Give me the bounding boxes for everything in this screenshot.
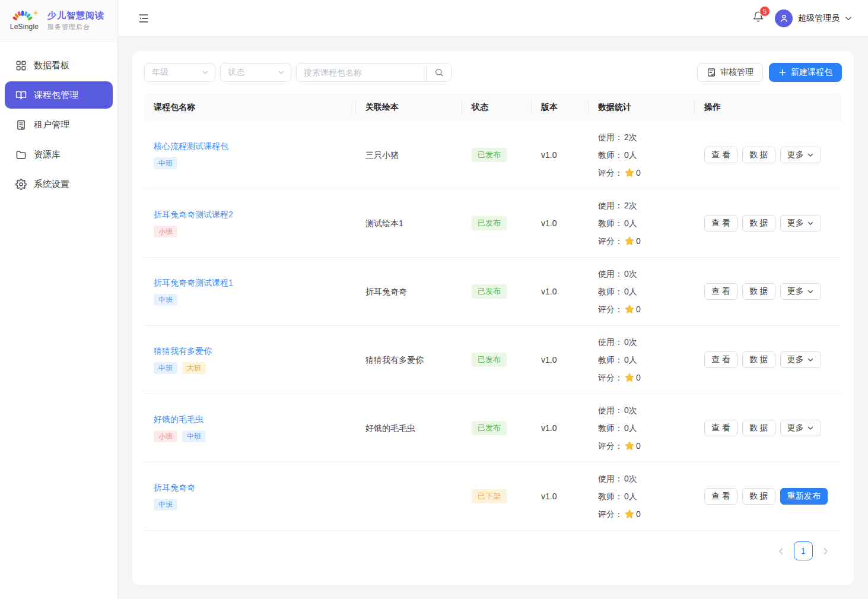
app-subtitle: 服务管理后台 [47,23,104,31]
more-button[interactable]: 更多 [780,351,821,368]
avatar[interactable] [775,9,793,27]
column-header-stats: 数据统计 [589,102,695,113]
version: v1.0 [541,150,557,160]
status-badge: 已下架 [472,489,507,503]
more-button[interactable]: 更多 [780,215,821,232]
data-button[interactable]: 数 据 [742,147,775,163]
related-book: 好饿的毛毛虫 [365,423,415,433]
grade-tag: 中班 [154,362,177,374]
view-button[interactable]: 查 看 [704,283,737,300]
create-course-package-button[interactable]: 新建课程包 [769,63,842,82]
sidebar-item-label: 资源库 [34,149,61,160]
data-button[interactable]: 数 据 [742,488,775,505]
usage-label: 使用： [598,197,623,214]
teachers-label: 教师： [598,283,623,300]
version: v1.0 [541,492,557,501]
package-name-link[interactable]: 折耳兔奇奇测试课程1 [154,278,233,289]
sidebar-item-settings[interactable]: 系统设置 [5,170,113,198]
table-row: 猜猜我有多爱你 中班 大班 猜猜我有多爱你 已发布 v1.0 使用：0次 教师：… [144,326,842,394]
package-name-link[interactable]: 折耳兔奇奇 [154,483,195,493]
status-badge: 已发布 [472,353,507,367]
page-number-1[interactable]: 1 [794,541,813,560]
sidebar-item-resources[interactable]: 资源库 [5,141,113,168]
search-input[interactable] [297,64,426,81]
grade-tag: 中班 [154,157,177,169]
chevron-right-icon [821,547,830,556]
table-row: 折耳兔奇奇测试课程2 小班 测试绘本1 已发布 v1.0 使用：2次 教师：0人… [144,189,842,258]
search-button[interactable] [426,64,451,81]
sidebar-menu: 数据看板 课程包管理 租户管理 [0,42,117,207]
view-button[interactable]: 查 看 [704,351,737,368]
course-package-table: 课程包名称 关联绘本 状态 版本 数据统计 操作 核心流程测试课程包 中班 三只 [144,94,842,531]
logo: LeSingle [6,11,43,31]
rating-label: 评分： [598,164,623,182]
view-button[interactable]: 查 看 [704,215,737,232]
column-header-actions: 操作 [695,102,842,113]
more-button[interactable]: 更多 [780,283,821,300]
usage-label: 使用： [598,401,623,419]
logo-area: LeSingle 少儿智慧阅读 服务管理后台 [0,0,117,42]
teachers-value: 0人 [624,146,637,164]
review-management-button[interactable]: 审核管理 [697,63,763,82]
sidebar-collapse-button[interactable] [138,12,150,24]
column-header-book: 关联绘本 [356,102,462,113]
data-button[interactable]: 数 据 [742,283,775,300]
data-button[interactable]: 数 据 [742,351,775,368]
teachers-label: 教师： [598,487,623,505]
filter-bar: 年级 状态 [144,63,842,82]
star-icon [624,304,635,315]
package-name-link[interactable]: 好饿的毛毛虫 [154,414,204,425]
sidebar-item-course-packages[interactable]: 课程包管理 [5,81,113,109]
status-badge: 已发布 [472,284,507,299]
table-row: 好饿的毛毛虫 小班 中班 好饿的毛毛虫 已发布 v1.0 使用：0次 教师：0人 [144,394,842,462]
column-header-status: 状态 [462,102,532,113]
usage-label: 使用： [598,265,623,283]
rating-value: 0 [636,437,641,455]
plus-icon [778,68,787,77]
rating-value: 0 [636,505,641,523]
version: v1.0 [541,218,557,228]
pagination: 1 [144,541,842,560]
chevron-down-icon [807,356,814,363]
usage-label: 使用： [598,333,623,351]
data-button[interactable]: 数 据 [742,420,775,436]
chevron-down-icon [807,288,814,295]
version: v1.0 [541,423,557,433]
more-button[interactable]: 更多 [780,147,821,163]
version: v1.0 [541,287,557,296]
app-root: LeSingle 少儿智慧阅读 服务管理后台 数据看板 课程包管理 [0,0,868,599]
view-button[interactable]: 查 看 [704,420,737,436]
package-name-link[interactable]: 猜猜我有多爱你 [154,346,212,357]
package-name-link[interactable]: 折耳兔奇奇测试课程2 [154,210,233,220]
data-button[interactable]: 数 据 [742,215,775,232]
view-button[interactable]: 查 看 [704,488,737,505]
related-book: 三只小猪 [365,150,399,160]
teachers-value: 0人 [624,351,637,369]
notifications-button[interactable]: 5 [752,11,764,26]
grade-select-placeholder: 年级 [152,67,168,78]
usage-value: 0次 [624,470,637,487]
status-select[interactable]: 状态 [220,63,291,82]
package-name-link[interactable]: 核心流程测试课程包 [154,141,228,152]
republish-button[interactable]: 重新发布 [780,488,828,505]
sidebar-item-tenants[interactable]: 租户管理 [5,111,113,138]
view-button[interactable]: 查 看 [704,147,737,163]
chevron-down-icon [807,220,814,227]
audit-file-icon [707,68,716,77]
chevron-down-icon [202,69,209,76]
prev-page-button[interactable] [777,547,786,556]
dashboard-icon [15,60,27,71]
sidebar-item-label: 数据看板 [34,60,69,71]
usage-value: 0次 [624,265,637,283]
chevron-down-icon [278,69,285,76]
more-button[interactable]: 更多 [780,420,821,436]
grade-select[interactable]: 年级 [144,63,215,82]
column-header-version: 版本 [532,102,589,113]
logo-bars-icon [9,11,39,24]
sidebar-item-dashboard[interactable]: 数据看板 [5,52,113,79]
search-group [296,63,452,82]
chevron-down-icon[interactable] [844,14,853,23]
next-page-button[interactable] [821,547,830,556]
teachers-value: 0人 [624,419,637,437]
rating-value: 0 [636,300,641,318]
